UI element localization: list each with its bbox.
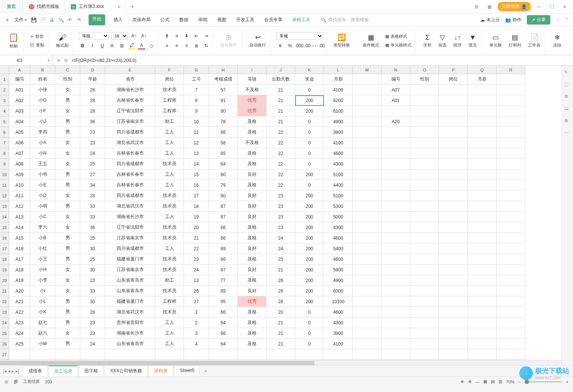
cell-G26[interactable]: 4 — [184, 339, 209, 349]
cell-K9[interactable]: 0 — [295, 159, 324, 169]
formula-input[interactable]: =IF(OR(H3>=80,J3>=23),200,0) — [72, 58, 136, 63]
cell-B5[interactable]: 小J — [30, 116, 55, 127]
cell-D20[interactable]: 23 — [80, 275, 105, 286]
cell-C25[interactable]: 女 — [55, 328, 80, 339]
cell-G1[interactable]: 工号 — [184, 74, 209, 85]
strike-icon[interactable]: A — [108, 42, 116, 50]
sum-button[interactable]: Σ求和 — [421, 34, 434, 48]
cell-N7[interactable] — [381, 138, 410, 148]
cell-N25[interactable] — [381, 328, 410, 339]
cell-E16[interactable]: 江苏省南京市 — [105, 233, 155, 243]
cell-O23[interactable] — [410, 307, 439, 318]
cell-D1[interactable]: 年龄 — [80, 74, 105, 85]
cell-J22[interactable]: 28 — [266, 296, 295, 307]
cell-Q26[interactable] — [468, 339, 497, 349]
cell-F21[interactable]: 技术员 — [155, 286, 184, 296]
row-header-11[interactable]: 11 — [0, 180, 9, 191]
cell-N4[interactable] — [381, 106, 410, 116]
cell-G12[interactable]: 17 — [184, 191, 209, 201]
cell-D25[interactable]: 23 — [80, 328, 105, 339]
cell-I22[interactable]: 优秀 — [238, 296, 266, 307]
cell-O13[interactable] — [410, 201, 439, 212]
cell-I27[interactable] — [238, 349, 266, 360]
cell-Q8[interactable] — [468, 148, 497, 159]
cell-A26[interactable]: A25 — [9, 339, 30, 349]
cell-Q14[interactable] — [468, 212, 497, 222]
cell-B3[interactable]: 小G — [30, 95, 55, 106]
cell-H19[interactable]: 87 — [209, 265, 238, 275]
horizontal-scrollbar[interactable] — [0, 360, 562, 365]
cell-L7[interactable]: 4100 — [324, 138, 353, 148]
cell-C12[interactable]: 女 — [55, 191, 80, 201]
sort-button[interactable]: ↓↑排序 — [451, 34, 464, 48]
row-header-23[interactable]: 23 — [0, 307, 9, 318]
cell-D13[interactable]: 33 — [80, 201, 105, 212]
cell-O10[interactable] — [410, 169, 439, 180]
cell-D7[interactable]: 23 — [80, 138, 105, 148]
cell-L1[interactable]: 月薪 — [324, 74, 353, 85]
cell-H27[interactable] — [209, 349, 238, 360]
cell-R20[interactable] — [497, 275, 525, 286]
row-header-10[interactable]: 10 — [0, 169, 9, 180]
cell-N12[interactable] — [381, 191, 410, 201]
cell-A6[interactable]: A05 — [9, 127, 30, 138]
row-header-8[interactable]: 8 — [0, 148, 9, 159]
cell-A19[interactable]: A18 — [9, 265, 30, 275]
sheet-tab-Sheet5[interactable]: Sheet5 — [174, 366, 200, 377]
cell-R12[interactable] — [497, 191, 525, 201]
cell-B21[interactable]: 小I — [30, 286, 55, 296]
print-icon[interactable]: 🖨 — [48, 17, 55, 23]
cell-E13[interactable]: 湖北省武汉市 — [105, 201, 155, 212]
row-header-25[interactable]: 25 — [0, 328, 9, 339]
settings-icon[interactable]: ⊕ — [564, 118, 571, 125]
cell-O5[interactable] — [410, 116, 439, 127]
cell-O8[interactable] — [410, 148, 439, 159]
cell-G13[interactable]: 18 — [184, 201, 209, 212]
cell-H2[interactable]: 57 — [209, 85, 238, 95]
login-button[interactable]: 立即登录 👤 — [498, 2, 531, 11]
cell-N27[interactable] — [381, 349, 410, 360]
cell-E9[interactable]: 四川省成都市 — [105, 159, 155, 169]
cell-I8[interactable]: 及格 — [238, 148, 266, 159]
cell-A2[interactable]: A01 — [9, 85, 30, 95]
cell-P11[interactable] — [439, 180, 468, 191]
cell-L17[interactable]: 5400 — [324, 243, 353, 254]
cell-K20[interactable]: 200 — [295, 275, 324, 286]
cell-I1[interactable]: 等级 — [238, 74, 266, 85]
cell-E7[interactable]: 湖北省武汉市 — [105, 138, 155, 148]
cell-G9[interactable]: 14 — [184, 159, 209, 169]
cell-R26[interactable] — [497, 339, 525, 349]
cell-Q19[interactable] — [468, 265, 497, 275]
cell-I19[interactable]: 良好 — [238, 265, 266, 275]
cell-R9[interactable] — [497, 159, 525, 169]
cell-P21[interactable] — [439, 286, 468, 296]
col-header-L[interactable]: L — [324, 66, 353, 74]
cell-N9[interactable] — [381, 159, 410, 169]
col-header-Q[interactable]: Q — [468, 66, 497, 74]
more-tools-icon[interactable]: ⋯ — [564, 130, 571, 137]
align-middle-icon[interactable]: ≡ — [173, 32, 181, 40]
cell-F12[interactable]: 技术员 — [155, 191, 184, 201]
cell-F14[interactable]: 工人 — [155, 212, 184, 222]
number-format-select[interactable]: 常规 — [276, 32, 323, 40]
cell-K1[interactable]: 奖金 — [295, 74, 324, 85]
cell-H3[interactable]: 91 — [209, 95, 238, 106]
cell-F25[interactable]: 工人 — [155, 328, 184, 339]
cell-E22[interactable]: 福建省厦门市 — [105, 296, 155, 307]
cell-R13[interactable] — [497, 201, 525, 212]
cell-O11[interactable] — [410, 180, 439, 191]
sheet-add-button[interactable]: + — [201, 369, 211, 374]
cell-M20[interactable] — [353, 275, 381, 286]
cell-N1[interactable]: 编号 — [381, 74, 410, 85]
cell-D27[interactable] — [80, 349, 105, 360]
cell-B6[interactable]: 李四 — [30, 127, 55, 138]
cell-C17[interactable]: 男 — [55, 243, 80, 254]
cell-L23[interactable]: 4600 — [324, 307, 353, 318]
cell-M27[interactable] — [353, 349, 381, 360]
cell-H5[interactable]: 78 — [209, 116, 238, 127]
col-header-F[interactable]: F — [155, 66, 184, 74]
cell-M8[interactable] — [353, 148, 381, 159]
cell-Q4[interactable] — [468, 106, 497, 116]
cell-E15[interactable]: 辽宁省沈阳市 — [105, 222, 155, 233]
cell-M26[interactable] — [353, 339, 381, 349]
